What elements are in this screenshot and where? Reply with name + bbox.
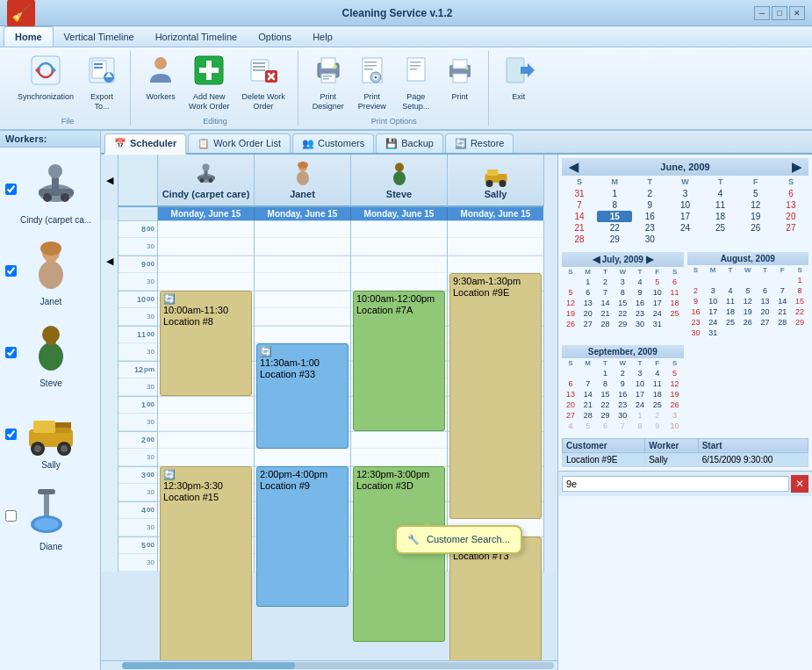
maximize-button[interactable]: □ (772, 6, 787, 20)
event-janet-2[interactable]: 2:00pm-4:00pm Location #9 (256, 466, 349, 607)
workers-button[interactable]: Workers (140, 51, 182, 105)
cal-day-10[interactable]: 10 (667, 199, 702, 211)
svg-point-83 (499, 180, 506, 187)
right-scroll-bar[interactable] (543, 220, 557, 572)
worker-item-steve[interactable]: Steve (4, 314, 97, 391)
cal-day-22[interactable]: 22 (597, 222, 632, 234)
menu-help[interactable]: Help (302, 26, 343, 47)
event-sally-2[interactable]: 2:00pm-4:30pm Location #T3 (449, 537, 542, 660)
cal-day-15-today[interactable]: 15 (597, 211, 632, 222)
svg-point-62 (61, 445, 68, 452)
event-cindy-1[interactable]: 🔄 10:00am-11:30 Location #8 (160, 291, 252, 396)
worker-item-janet[interactable]: Janet (4, 233, 97, 309)
sync-button[interactable]: Synchronization (12, 51, 79, 105)
worker-checkbox-diane[interactable] (5, 510, 17, 522)
cal-day-12[interactable]: 12 (738, 199, 773, 211)
add-work-order-button[interactable]: Add NewWork Order (183, 51, 234, 115)
july-next[interactable]: ▶ (646, 254, 653, 264)
tab-restore[interactable]: 🔄 Restore (445, 133, 514, 153)
tab-work-order-list[interactable]: 📋 Work Order List (188, 133, 291, 153)
search-bar: ✕ (558, 471, 812, 496)
cal-day-19[interactable]: 19 (738, 211, 773, 222)
horiz-scroll-track[interactable] (122, 662, 554, 669)
cal-day-24[interactable]: 24 (667, 222, 702, 234)
tab-scheduler[interactable]: 📅 Scheduler (104, 133, 186, 155)
menu-horizontal-timeline[interactable]: Horizontal Timeline (145, 26, 248, 47)
cal-day-6[interactable]: 6 (773, 188, 808, 199)
main-area: Workers: (0, 131, 812, 670)
cal-day-27[interactable]: 27 (773, 222, 808, 234)
cal-day-29[interactable]: 29 (597, 234, 632, 245)
cal-day-23[interactable]: 23 (632, 222, 667, 234)
toolbar: Synchronization ExportTo... File (0, 47, 812, 131)
exit-icon (503, 54, 535, 90)
search-input[interactable] (562, 476, 789, 492)
cal-day-30[interactable]: 30 (632, 234, 667, 245)
cal-day-26[interactable]: 26 (738, 222, 773, 234)
cal-day-25[interactable]: 25 (703, 222, 738, 234)
worker-item-sally[interactable]: Sally (4, 396, 97, 472)
cal-day-8[interactable]: 8 (597, 199, 632, 211)
worker-item-cindy[interactable]: Cindy (carpet ca... (4, 151, 97, 227)
menu-home[interactable]: Home (4, 26, 54, 47)
tab-backup[interactable]: 💾 Backup (376, 133, 443, 153)
cal-day-21[interactable]: 21 (562, 222, 597, 234)
export-button[interactable]: ExportTo... (81, 51, 123, 115)
scroll-left-arrow[interactable]: ◀ (101, 155, 119, 207)
cal-day-31-prev[interactable]: 31 (562, 188, 597, 199)
event-steve-1[interactable]: 10:00am-12:00pm Location #7A (353, 291, 445, 431)
cal-next-btn[interactable]: ▶ (788, 160, 805, 174)
july-cal: ◀ July, 2009 ▶ SMTWTFS 123456 567891011 … (562, 252, 684, 338)
minimize-button[interactable]: ─ (754, 6, 770, 20)
cal-day-13[interactable]: 13 (773, 199, 808, 211)
scheduler-scroll[interactable]: ◀ 8 00 30 9 00 30 10 00 30 11 00 30 12 p… (101, 220, 557, 660)
menu-options[interactable]: Options (248, 26, 302, 47)
horiz-scroll[interactable] (101, 660, 557, 670)
worker-item-diane[interactable]: Diane (4, 478, 97, 554)
worker-checkbox-sally[interactable] (5, 429, 17, 440)
print-preview-button[interactable]: PrintPreview (351, 51, 393, 115)
cal-day-11[interactable]: 11 (703, 199, 738, 211)
worker-checkbox-janet[interactable] (5, 265, 17, 277)
sync-label: Synchronization (18, 92, 74, 102)
event-janet-1[interactable]: 🔄 11:30am-1:00 Location #33 (256, 343, 349, 449)
cal-day-3[interactable]: 3 (667, 188, 702, 199)
july-prev[interactable]: ◀ (593, 254, 600, 264)
time-430: 30 (119, 519, 157, 537)
event-time-cindy-2: 12:30pm-3:30 (163, 480, 248, 492)
event-steve-2[interactable]: 12:30pm-3:00pm Location #3D (353, 466, 445, 642)
cal-day-18[interactable]: 18 (703, 211, 738, 222)
event-sally-1[interactable]: 9:30am-1:30pm Location #9E (449, 273, 542, 519)
cal-day-1[interactable]: 1 (597, 188, 632, 199)
menu-vertical-timeline[interactable]: Vertical Timeline (54, 26, 145, 47)
delete-work-order-button[interactable]: Delete WorkOrder (236, 51, 290, 115)
page-setup-button[interactable]: PageSetup... (395, 51, 437, 115)
search-clear-button[interactable]: ✕ (791, 475, 808, 493)
close-button[interactable]: ✕ (789, 6, 805, 20)
svg-rect-35 (410, 65, 420, 67)
cal-day-20[interactable]: 20 (773, 211, 808, 222)
tab-customers[interactable]: 👥 Customers (292, 133, 374, 153)
cal-prev-btn[interactable]: ◀ (565, 160, 582, 174)
col-customer: Customer (563, 438, 645, 452)
worker-checkbox-cindy[interactable] (5, 184, 17, 195)
worker-checkbox-steve[interactable] (5, 347, 17, 358)
cal-day-5[interactable]: 5 (738, 188, 773, 199)
cal-day-2[interactable]: 2 (632, 188, 667, 199)
exit-button[interactable]: Exit (498, 51, 540, 105)
cal-day-14[interactable]: 14 (562, 211, 597, 222)
cal-day-16[interactable]: 16 (632, 211, 667, 222)
event-cindy-2[interactable]: 🔄 12:30pm-3:30 Location #15 (160, 466, 252, 660)
cal-day-28[interactable]: 28 (562, 234, 597, 245)
time-3: 3 00 (119, 466, 157, 484)
cal-day-7[interactable]: 7 (562, 199, 597, 211)
cal-day-17[interactable]: 17 (667, 211, 702, 222)
horiz-scroll-thumb[interactable] (122, 662, 295, 669)
print-button[interactable]: Print (439, 51, 481, 105)
left-nav-btn[interactable]: ◀ (101, 220, 119, 572)
cal-day-4[interactable]: 4 (703, 188, 738, 199)
print-designer-button[interactable]: PrintDesigner (307, 51, 349, 115)
print-designer-label: PrintDesigner (313, 92, 344, 112)
cal-day-9[interactable]: 9 (632, 199, 667, 211)
detail-row-1[interactable]: Location #9E Sally 6/15/2009 9:30:00 (563, 452, 808, 466)
